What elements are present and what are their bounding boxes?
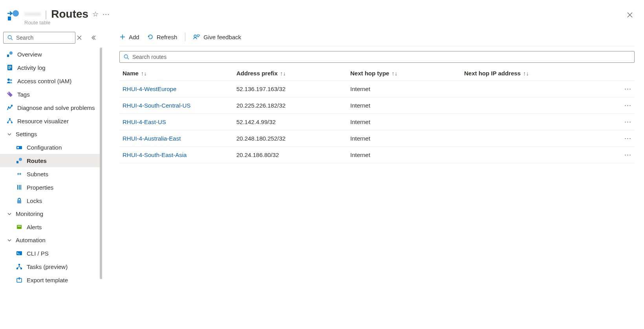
- sidebar-item-overview[interactable]: Overview: [0, 48, 102, 61]
- tags-icon: [6, 91, 13, 98]
- more-actions-icon[interactable]: ···: [102, 10, 110, 18]
- svg-rect-18: [16, 161, 18, 163]
- route-table-icon: [6, 8, 20, 22]
- cell-next-hop-type: Internet: [350, 152, 464, 158]
- give-feedback-button[interactable]: Give feedback: [193, 34, 241, 40]
- sidebar-item-subnets[interactable]: Subnets: [0, 167, 102, 181]
- svg-rect-24: [17, 225, 22, 229]
- sidebar-item-activity-log[interactable]: Activity log: [0, 61, 102, 74]
- sidebar-item-tasks[interactable]: Tasks (preview): [0, 260, 102, 273]
- feedback-icon: [193, 34, 200, 40]
- plus-icon: [119, 34, 126, 40]
- sidebar-section-monitoring[interactable]: Monitoring: [0, 207, 102, 220]
- sidebar-item-label: Diagnose and solve problems: [17, 104, 95, 111]
- col-next-hop-type[interactable]: Next hop type ↑↓: [350, 70, 464, 77]
- col-label: Next hop type: [350, 70, 389, 77]
- chevron-down-icon: [6, 212, 13, 216]
- sidebar-item-iam[interactable]: Access control (IAM): [0, 74, 102, 88]
- page-header: ••••• | Routes ☆ ··· Route table: [0, 0, 644, 29]
- cell-address-prefix: 20.248.180.252/32: [236, 135, 350, 142]
- search-icon: [124, 54, 129, 60]
- sidebar-item-label: Access control (IAM): [17, 78, 71, 84]
- svg-point-13: [7, 122, 9, 123]
- table-row: RHUI-4-South-East-Asia20.24.186.80/32Int…: [119, 147, 635, 163]
- svg-point-10: [10, 79, 12, 81]
- route-name-link[interactable]: RHUI-4-South-East-Asia: [123, 152, 187, 158]
- sidebar-scrollbar[interactable]: [100, 48, 102, 279]
- route-name-link[interactable]: RHUI-4-South-Central-US: [123, 102, 190, 109]
- svg-point-17: [19, 158, 22, 161]
- sidebar-section-automation[interactable]: Automation: [0, 234, 102, 247]
- route-name-link[interactable]: RHUI-4-WestEurope: [123, 86, 176, 92]
- col-label: Address prefix: [236, 70, 278, 77]
- svg-rect-25: [18, 226, 21, 227]
- sidebar-item-label: Overview: [17, 51, 42, 58]
- clear-search-icon[interactable]: [77, 35, 86, 40]
- routes-search-input[interactable]: [132, 54, 630, 60]
- route-name-link[interactable]: RHUI-4-Australia-East: [123, 135, 181, 142]
- export-template-icon: [16, 276, 23, 283]
- col-next-hop-ip[interactable]: Next hop IP address ↑↓: [464, 70, 612, 77]
- iam-icon: [6, 77, 13, 84]
- col-address-prefix[interactable]: Address prefix ↑↓: [236, 70, 350, 77]
- route-name-link[interactable]: RHUI-4-East-US: [123, 119, 166, 125]
- svg-rect-4: [7, 55, 9, 57]
- svg-rect-21: [19, 185, 20, 190]
- close-blade-button[interactable]: [624, 9, 635, 20]
- svg-point-0: [13, 10, 19, 16]
- sidebar-item-properties[interactable]: Properties: [0, 181, 102, 194]
- add-button[interactable]: Add: [119, 34, 139, 40]
- resource-type-label: Route table: [24, 20, 110, 26]
- sidebar-item-cli-ps[interactable]: CLI / PS: [0, 247, 102, 260]
- cell-next-hop-type: Internet: [350, 119, 464, 125]
- row-more-actions-icon[interactable]: ···: [612, 118, 631, 126]
- sidebar-item-resource-visualizer[interactable]: Resource visualizer: [0, 114, 102, 128]
- configuration-icon: [16, 144, 23, 151]
- svg-point-14: [11, 122, 13, 123]
- svg-point-9: [7, 79, 10, 81]
- sidebar-item-routes[interactable]: Routes: [0, 154, 102, 167]
- toolbar-separator: [185, 33, 185, 41]
- svg-rect-6: [8, 66, 11, 67]
- sidebar-item-configuration[interactable]: Configuration: [0, 141, 102, 154]
- svg-rect-16: [17, 147, 19, 148]
- sidebar-item-alerts[interactable]: Alerts: [0, 220, 102, 234]
- sidebar-item-label: Properties: [27, 184, 53, 191]
- properties-icon: [16, 184, 23, 191]
- refresh-button[interactable]: Refresh: [147, 34, 177, 40]
- sidebar-section-settings[interactable]: Settings: [0, 128, 102, 141]
- sidebar-section-label: Monitoring: [16, 210, 43, 217]
- sidebar-item-label: Resource visualizer: [17, 118, 69, 124]
- sidebar-item-label: Alerts: [27, 224, 42, 230]
- cell-next-hop-type: Internet: [350, 135, 464, 142]
- sort-icon: ↑↓: [523, 70, 529, 77]
- toolbtn-label: Add: [129, 34, 139, 40]
- svg-rect-1: [8, 16, 11, 20]
- row-more-actions-icon[interactable]: ···: [612, 151, 631, 159]
- resource-visualizer-icon: [6, 117, 13, 124]
- row-more-actions-icon[interactable]: ···: [612, 134, 631, 143]
- routes-search[interactable]: [119, 51, 635, 63]
- sidebar-item-label: Routes: [27, 157, 47, 164]
- svg-rect-7: [8, 67, 11, 68]
- svg-rect-23: [17, 200, 21, 203]
- sidebar-item-tags[interactable]: Tags: [0, 88, 102, 101]
- col-label: Name: [123, 70, 139, 77]
- sidebar-search-input[interactable]: [16, 35, 72, 41]
- svg-point-11: [8, 93, 9, 94]
- cell-address-prefix: 52.142.4.99/32: [236, 119, 350, 125]
- sidebar: Overview Activity log Access control (IA…: [0, 29, 102, 329]
- sidebar-item-locks[interactable]: Locks: [0, 194, 102, 207]
- svg-rect-27: [18, 264, 20, 265]
- col-name[interactable]: Name ↑↓: [123, 70, 236, 77]
- collapse-sidebar-icon[interactable]: [88, 35, 99, 40]
- favorite-star-icon[interactable]: ☆: [92, 10, 99, 18]
- cell-address-prefix: 52.136.197.163/32: [236, 86, 350, 92]
- sidebar-item-export-template[interactable]: Export template: [0, 273, 102, 287]
- sidebar-item-diagnose[interactable]: Diagnose and solve problems: [0, 101, 102, 114]
- sidebar-search[interactable]: [3, 32, 75, 44]
- row-more-actions-icon[interactable]: ···: [612, 101, 631, 110]
- cli-icon: [16, 250, 23, 257]
- row-more-actions-icon[interactable]: ···: [612, 85, 631, 93]
- locks-icon: [16, 197, 23, 204]
